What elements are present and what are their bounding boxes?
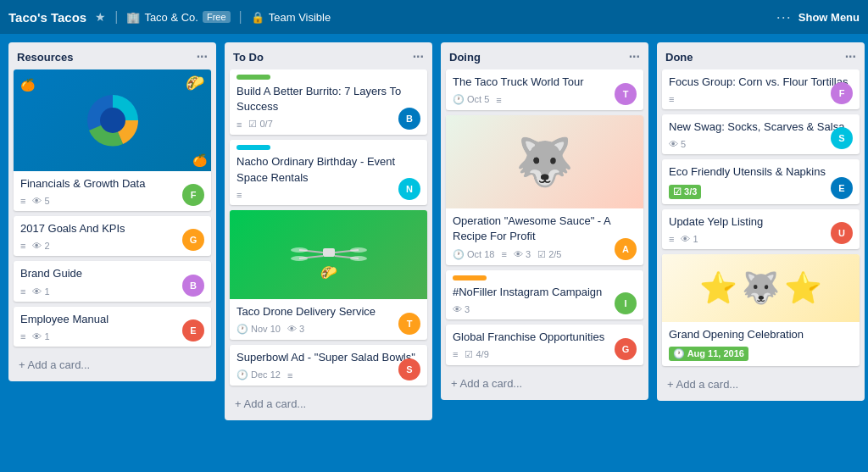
star-icon[interactable]: ★ xyxy=(95,10,106,24)
card-title-nacho: Nacho Ordinary Birthday - Event Space Re… xyxy=(236,154,420,185)
card-title-brand: Brand Guide xyxy=(20,266,204,281)
lines-icon-burrito: ≡ xyxy=(236,119,242,130)
card-title-yelp: Update Yelp Listing xyxy=(669,214,853,230)
visibility-section[interactable]: 🔒 Team Visible xyxy=(251,11,331,24)
card-meta-yelp: ≡ 👁 1 xyxy=(669,234,853,244)
column-title-resources: Resources xyxy=(17,51,73,64)
card-taco-truck[interactable]: The Taco Truck World Tour 🕐 Oct 5 ≡ T xyxy=(446,69,643,110)
wolf-party-icon: 🐺 xyxy=(742,270,780,306)
lines-icon-superbowl: ≡ xyxy=(287,370,292,380)
card-meta-financials: ≡ 👁 5 xyxy=(20,196,204,206)
card-instagram[interactable]: #NoFiller Instagram Campaign 👁 3 I xyxy=(446,270,643,319)
team-name[interactable]: Taco & Co. xyxy=(144,11,198,24)
card-awesome-sauce[interactable]: 🐺 Operation "Awesome Sauce" - A Recipe F… xyxy=(446,115,643,264)
card-meta-grand-opening: 🕐 Aug 11, 2016 xyxy=(669,347,853,361)
avatar-employee: E xyxy=(182,319,204,342)
avatar-brand: B xyxy=(182,275,204,297)
label-instagram xyxy=(453,275,487,280)
card-meta-drone: 🕐 Nov 10 👁 3 xyxy=(236,324,420,335)
svg-point-1 xyxy=(100,108,125,133)
card-eco[interactable]: Eco Friendly Utensils & Napkins ☑ 3/3 E xyxy=(662,159,860,203)
avatar-drone: T xyxy=(398,313,420,335)
column-menu-icon-done[interactable]: ··· xyxy=(845,49,856,64)
avatar-financials: F xyxy=(182,184,204,206)
card-drone[interactable]: 🌮 Taco Drone Delivery Service 🕐 Nov 10 👁… xyxy=(230,210,427,340)
lines-icon-financials: ≡ xyxy=(20,196,25,206)
card-goals[interactable]: 2017 Goals And KPIs ≡ 👁 2 G xyxy=(14,216,211,256)
header-right: ··· Show Menu xyxy=(776,8,860,26)
lines-icon-brand: ≡ xyxy=(20,286,25,297)
lines-icon-franchise: ≡ xyxy=(453,349,458,359)
star2-icon: ⭐ xyxy=(784,270,822,306)
avatar-superbowl: S xyxy=(398,358,420,380)
watch-icon-yelp: 👁 1 xyxy=(681,234,698,244)
column-title-done: Done xyxy=(665,51,693,64)
free-badge: Free xyxy=(203,11,231,23)
drone-image: 🌮 xyxy=(230,210,427,299)
add-card-done[interactable]: + Add a card... xyxy=(660,373,861,396)
star1-icon: ⭐ xyxy=(699,270,737,306)
add-card-resources[interactable]: + Add a card... xyxy=(12,353,213,376)
show-menu-button[interactable]: Show Menu xyxy=(798,11,860,24)
card-nacho[interactable]: Nacho Ordinary Birthday - Event Space Re… xyxy=(230,140,427,204)
column-resources: Resources ··· xyxy=(8,42,216,381)
board-title[interactable]: Taco's Tacos xyxy=(8,10,86,25)
column-header-done: Done ··· xyxy=(657,42,865,69)
card-franchise[interactable]: Global Franchise Opportunities ≡ ☑ 4/9 G xyxy=(446,325,643,365)
card-focus-group[interactable]: Focus Group: Corn vs. Flour Tortillas ≡ … xyxy=(662,69,860,109)
watch-icon-employee: 👁 1 xyxy=(32,331,49,342)
column-header-doing: Doing ··· xyxy=(441,42,648,69)
column-menu-icon-resources[interactable]: ··· xyxy=(197,49,208,64)
card-meta-burrito: ≡ ☑ 0/7 xyxy=(236,119,420,130)
label-burrito xyxy=(236,75,270,80)
card-meta-focus-group: ≡ xyxy=(669,94,853,104)
visibility-label: Team Visible xyxy=(269,11,331,24)
checklist-badge-eco: ☑ 3/3 xyxy=(669,185,701,199)
watch-icon-awesome-sauce: 👁 3 xyxy=(514,249,531,259)
card-meta-nacho: ≡ xyxy=(236,190,420,200)
date-icon-superbowl: 🕐 Dec 12 xyxy=(236,369,281,380)
resources-chart-image: 🌮 🍊 🍊 xyxy=(14,69,211,171)
card-title-eco: Eco Friendly Utensils & Napkins xyxy=(669,164,853,180)
lines-icon-taco-truck: ≡ xyxy=(496,95,501,105)
card-title-employee: Employee Manual xyxy=(20,312,204,327)
card-financials[interactable]: 🌮 🍊 🍊 Financials & Growth Data ≡ 👁 5 F xyxy=(14,69,211,211)
date-icon-awesome-sauce: 🕐 Oct 18 xyxy=(453,249,494,260)
header-divider: | xyxy=(114,9,118,25)
column-menu-icon-todo[interactable]: ··· xyxy=(413,49,424,64)
checklist-icon-burrito: ☑ 0/7 xyxy=(248,119,272,130)
lines-icon-awesome-sauce: ≡ xyxy=(501,249,506,259)
svg-rect-2 xyxy=(323,248,335,257)
dots-icon[interactable]: ··· xyxy=(776,8,792,26)
column-title-doing: Doing xyxy=(449,51,481,64)
avatar-focus-group: F xyxy=(831,82,853,104)
column-header-resources: Resources ··· xyxy=(8,42,216,69)
wolf-image: 🐺 xyxy=(446,115,643,208)
date-badge-grand-opening: 🕐 Aug 11, 2016 xyxy=(669,347,748,361)
card-burrito[interactable]: Build A Better Burrito: 7 Layers To Succ… xyxy=(230,69,427,135)
add-card-doing[interactable]: + Add a card... xyxy=(444,372,645,395)
card-yelp[interactable]: Update Yelp Listing ≡ 👁 1 U xyxy=(662,209,860,249)
add-card-todo[interactable]: + Add a card... xyxy=(228,392,429,415)
card-grand-opening[interactable]: ⭐ 🐺 ⭐ Grand Opening Celebration 🕐 Aug 11… xyxy=(662,254,860,366)
card-employee[interactable]: Employee Manual ≡ 👁 1 E xyxy=(14,307,211,347)
header-divider2: | xyxy=(239,9,242,25)
watch-icon-brand: 👁 1 xyxy=(32,286,49,297)
svg-text:🌮: 🌮 xyxy=(320,264,337,280)
column-body-done: Focus Group: Corn vs. Flour Tortillas ≡ … xyxy=(657,69,865,371)
label-nacho xyxy=(236,145,270,150)
lines-icon-employee: ≡ xyxy=(20,331,25,342)
card-superbowl[interactable]: Superbowl Ad - "Super Salad Bowls" 🕐 Dec… xyxy=(230,345,427,386)
avatar-instagram: I xyxy=(615,292,637,314)
avatar-taco-truck: T xyxy=(615,83,637,105)
date-icon-drone: 🕐 Nov 10 xyxy=(236,324,281,335)
card-brand[interactable]: Brand Guide ≡ 👁 1 B xyxy=(14,261,211,301)
column-body-doing: The Taco Truck World Tour 🕐 Oct 5 ≡ T 🐺 … xyxy=(441,69,648,370)
card-meta-taco-truck: 🕐 Oct 5 ≡ xyxy=(453,94,637,105)
avatar-yelp: U xyxy=(831,222,853,244)
card-meta-brand: ≡ 👁 1 xyxy=(20,286,204,297)
column-menu-icon-doing[interactable]: ··· xyxy=(629,49,640,64)
svg-point-8 xyxy=(350,247,367,253)
watch-icon-goals: 👁 2 xyxy=(32,241,49,251)
card-swag[interactable]: New Swag: Socks, Scarves & Salsa 👁 5 S xyxy=(662,114,860,154)
